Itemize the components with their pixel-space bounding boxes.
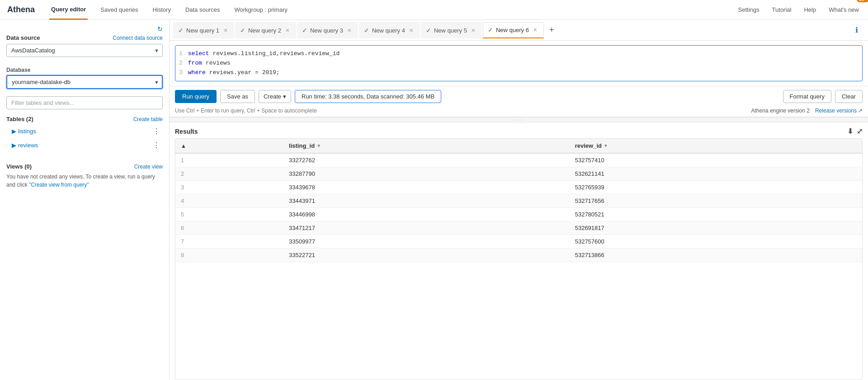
table-listings[interactable]: ▶ listings ⋮ (6, 124, 163, 138)
row-num-cell: 1 (175, 153, 283, 167)
col-header-listing-id[interactable]: listing_id ▼ (283, 139, 570, 153)
create-chevron-icon: ▾ (283, 93, 286, 100)
tab-check-icon-3: ✓ (302, 27, 307, 34)
tab-close-4[interactable]: × (408, 27, 415, 34)
table-row: 5 33446998 532780521 (175, 208, 862, 221)
expand-icon-reviews: ▶ (12, 142, 16, 149)
keyboard-hint: Use Ctrl + Enter to run query, Ctrl + Sp… (175, 108, 317, 114)
table-name-reviews: reviews (18, 142, 38, 149)
reviews-menu-icon[interactable]: ⋮ (150, 140, 163, 150)
tab-label-4: New query 4 (372, 27, 405, 34)
results-table-header: ▲ listing_id ▼ review_id (175, 139, 862, 153)
editor-toolbar: Run query Save as Create ▾ Run time: 3.3… (170, 86, 868, 107)
review-id-cell: 532765939 (570, 181, 862, 194)
listing-id-cell: 33287790 (283, 167, 570, 181)
sort-up-icon[interactable]: ▲ (181, 143, 186, 149)
top-nav: Athena Query editor Saved queries Histor… (0, 0, 868, 20)
resize-divider[interactable]: ··· (170, 117, 868, 122)
format-query-button[interactable]: Format query (783, 90, 831, 103)
code-editor[interactable]: 1select reviews.listing_id,reviews.revie… (175, 45, 863, 81)
connect-data-source-link[interactable]: Connect data source (113, 35, 163, 41)
tables-section-header[interactable]: Tables (2) Create table (6, 116, 163, 122)
clear-button[interactable]: Clear (835, 90, 863, 103)
create-view-from-query-link[interactable]: "Create view from query" (29, 182, 89, 188)
col-header-review-id[interactable]: review_id ▼ (570, 139, 862, 153)
listings-menu-icon[interactable]: ⋮ (150, 126, 163, 136)
create-view-link[interactable]: Create view (134, 164, 163, 170)
table-row: 6 33471217 532691817 (175, 221, 862, 235)
content-area: ✓ New query 1 × ✓ New query 2 × ✓ New qu… (170, 20, 868, 380)
database-label: Database (6, 67, 163, 73)
results-actions: ⬇ ⤢ (847, 127, 863, 136)
views-section-header[interactable]: Views (0) Create view (6, 163, 163, 170)
tab-close-1[interactable]: × (222, 27, 229, 34)
results-header: Results ⬇ ⤢ (175, 122, 863, 138)
refresh-icon[interactable]: ↻ (157, 25, 163, 33)
nav-tutorial[interactable]: Tutorial (770, 0, 793, 20)
tab-new-query-1[interactable]: ✓ New query 1 × (173, 22, 234, 38)
listing-id-cell: 33522721 (283, 249, 570, 262)
nav-query-editor[interactable]: Query editor (49, 0, 88, 20)
filter-tables-input[interactable] (6, 96, 163, 109)
tab-close-5[interactable]: × (470, 27, 477, 34)
expand-results-icon[interactable]: ⤢ (857, 127, 863, 136)
tab-new-query-3[interactable]: ✓ New query 3 × (297, 22, 358, 38)
tab-close-2[interactable]: × (284, 27, 291, 34)
nav-help[interactable]: Help (802, 0, 818, 20)
tab-label-3: New query 3 (310, 27, 343, 34)
tab-new-query-6[interactable]: ✓ New query 6 × (483, 22, 544, 38)
col-header-row-num: ▲ (175, 139, 283, 153)
row-num-cell: 4 (175, 194, 283, 208)
views-section: Views (0) Create view You have not creat… (6, 157, 163, 189)
info-icon[interactable]: ℹ (855, 26, 858, 34)
save-as-button[interactable]: Save as (220, 90, 255, 103)
database-wrapper: yourname-datalake-db ▼ (6, 75, 163, 89)
nav-workgroup[interactable]: Workgroup : primary (232, 0, 289, 20)
tab-new-query-5[interactable]: ✓ New query 5 × (421, 22, 482, 38)
tab-check-icon-4: ✓ (364, 27, 369, 34)
tab-label-2: New query 2 (248, 27, 281, 34)
review-id-cell: 532717656 (570, 194, 862, 208)
query-tabs: ✓ New query 1 × ✓ New query 2 × ✓ New qu… (170, 20, 868, 41)
tab-new-query-2[interactable]: ✓ New query 2 × (235, 22, 296, 38)
review-id-cell: 532757410 (570, 153, 862, 167)
review-id-cell: 532757600 (570, 235, 862, 249)
views-empty-text: You have not created any views. To creat… (6, 173, 163, 189)
review-id-cell: 532621141 (570, 167, 862, 181)
nav-right: Settings Tutorial Help What's new 10+ (736, 0, 861, 20)
listing-id-cell: 33272762 (283, 153, 570, 167)
data-source-select[interactable]: AwsDataCatalog (6, 44, 163, 57)
create-table-link[interactable]: Create table (133, 116, 163, 122)
listing-id-cell: 33446998 (283, 208, 570, 221)
row-num-cell: 5 (175, 208, 283, 221)
engine-version-label: Athena engine version 2 (751, 108, 810, 114)
views-section-label: Views (0) (6, 163, 32, 170)
tab-label-1: New query 1 (186, 27, 219, 34)
tab-close-6[interactable]: × (532, 26, 539, 33)
nav-history[interactable]: History (151, 0, 172, 20)
tab-close-3[interactable]: × (346, 27, 353, 34)
listing-id-cell: 33471217 (283, 221, 570, 235)
database-select[interactable]: yourname-datalake-db (6, 75, 163, 89)
nav-whats-new[interactable]: What's new 10+ (827, 0, 861, 20)
nav-settings[interactable]: Settings (736, 0, 761, 20)
code-line-2: 2from reviews (179, 59, 859, 68)
results-table-body: 1 33272762 532757410 2 33287790 53262114… (175, 153, 862, 262)
add-tab-button[interactable]: + (545, 23, 559, 38)
tab-new-query-4[interactable]: ✓ New query 4 × (359, 22, 420, 38)
data-source-section: Data source Connect data source (6, 34, 163, 41)
nav-data-sources[interactable]: Data sources (184, 0, 222, 20)
create-button[interactable]: Create ▾ (259, 90, 291, 103)
download-icon[interactable]: ⬇ (847, 127, 853, 136)
main-layout: ↻ Data source Connect data source AwsDat… (0, 20, 868, 380)
listing-id-cell: 33443971 (283, 194, 570, 208)
run-query-button[interactable]: Run query (175, 90, 217, 103)
table-row: 8 33522721 532713866 (175, 249, 862, 262)
release-versions-link[interactable]: Release versions ↗ (815, 108, 863, 114)
toolbar-right: Format query Clear (783, 90, 863, 103)
sidebar: ↻ Data source Connect data source AwsDat… (0, 20, 170, 380)
nav-saved-queries[interactable]: Saved queries (99, 0, 140, 20)
whats-new-badge: 10+ (857, 0, 868, 2)
table-reviews[interactable]: ▶ reviews ⋮ (6, 138, 163, 152)
tables-section-label: Tables (2) (6, 116, 33, 122)
